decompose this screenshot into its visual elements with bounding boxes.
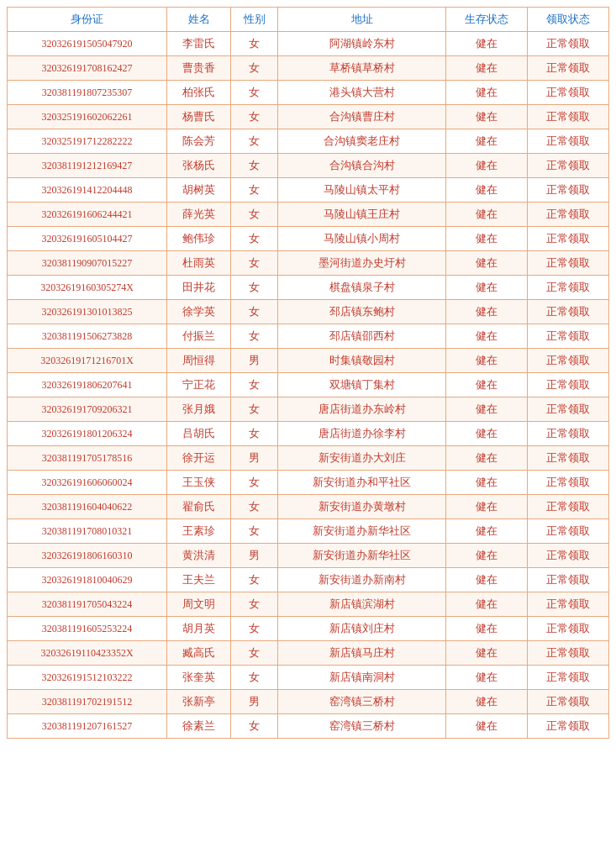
table-row: 320381191604040622翟俞氏女新安街道办黄墩村健在正常领取 (8, 495, 609, 519)
table-cell: 女 (231, 81, 278, 105)
table-row: 320326191806160310黄洪清男新安街道办新华社区健在正常领取 (8, 544, 609, 568)
table-cell: 草桥镇草桥村 (277, 56, 445, 81)
table-cell: 胡树英 (167, 178, 231, 203)
header-address: 地址 (277, 8, 445, 32)
table-row: 320381191705178516徐开运男新安街道办大刘庄健在正常领取 (8, 446, 609, 471)
header-row: 身份证 姓名 性别 地址 生存状态 领取状态 (8, 8, 609, 32)
table-cell: 张杨氏 (167, 154, 231, 178)
table-cell: 正常领取 (528, 397, 609, 422)
table-cell: 320326191810040629 (8, 568, 167, 592)
table-cell: 健在 (446, 617, 528, 641)
table-cell: 杜雨英 (167, 251, 231, 276)
table-cell: 女 (231, 227, 278, 251)
table-cell: 正常领取 (528, 276, 609, 300)
header-id: 身份证 (8, 8, 167, 32)
table-cell: 正常领取 (528, 592, 609, 617)
table-cell: 邳店镇邵西村 (277, 324, 445, 349)
table-cell: 健在 (446, 81, 528, 105)
header-name: 姓名 (167, 8, 231, 32)
table-cell: 健在 (446, 251, 528, 276)
header-receive-status: 领取状态 (528, 8, 609, 32)
table-cell: 马陵山镇太平村 (277, 178, 445, 203)
table-cell: 正常领取 (528, 690, 609, 714)
table-cell: 胡月英 (167, 617, 231, 641)
table-cell: 320381191212169427 (8, 154, 167, 178)
table-cell: 阿湖镇岭东村 (277, 32, 445, 56)
table-cell: 320381191705178516 (8, 446, 167, 471)
header-gender: 性别 (231, 8, 278, 32)
table-cell: 320381191708010321 (8, 519, 167, 544)
table-cell: 吕胡氏 (167, 422, 231, 446)
table-cell: 周文明 (167, 592, 231, 617)
table-cell: 曹贵香 (167, 56, 231, 81)
table-cell: 320326191806207641 (8, 373, 167, 397)
table-cell: 女 (231, 422, 278, 446)
table-cell: 马陵山镇王庄村 (277, 203, 445, 227)
table-cell: 女 (231, 56, 278, 81)
table-cell: 新安街道办新华社区 (277, 519, 445, 544)
table-cell: 320325191712282222 (8, 129, 167, 154)
table-row: 320381191708010321王素珍女新安街道办新华社区健在正常领取 (8, 519, 609, 544)
table-cell: 320325191602062261 (8, 105, 167, 129)
table-cell: 女 (231, 300, 278, 324)
table-cell: 女 (231, 714, 278, 739)
table-cell: 健在 (446, 56, 528, 81)
table-cell: 张月娥 (167, 397, 231, 422)
table-cell: 女 (231, 154, 278, 178)
table-cell: 正常领取 (528, 349, 609, 373)
table-cell: 健在 (446, 178, 528, 203)
table-cell: 32032619171216701X (8, 349, 167, 373)
table-cell: 新安街道办大刘庄 (277, 446, 445, 471)
table-cell: 健在 (446, 471, 528, 495)
table-row: 320326191505047920李雷氏女阿湖镇岭东村健在正常领取 (8, 32, 609, 56)
table-cell: 正常领取 (528, 446, 609, 471)
table-cell: 320326191605104427 (8, 227, 167, 251)
table-cell: 正常领取 (528, 178, 609, 203)
table-cell: 正常领取 (528, 568, 609, 592)
table-cell: 男 (231, 544, 278, 568)
table-cell: 新店镇马庄村 (277, 641, 445, 666)
table-cell: 新安街道办黄墩村 (277, 495, 445, 519)
table-cell: 正常领取 (528, 300, 609, 324)
table-cell: 320326191301013825 (8, 300, 167, 324)
table-cell: 新店镇滨湖村 (277, 592, 445, 617)
table-cell: 正常领取 (528, 422, 609, 446)
table-cell: 女 (231, 617, 278, 641)
table-cell: 女 (231, 178, 278, 203)
table-cell: 女 (231, 495, 278, 519)
table-cell: 32032619160305274X (8, 276, 167, 300)
table-cell: 付振兰 (167, 324, 231, 349)
table-cell: 正常领取 (528, 203, 609, 227)
table-cell: 新店镇刘庄村 (277, 617, 445, 641)
table-cell: 窑湾镇三桥村 (277, 714, 445, 739)
table-row: 320381191207161527徐素兰女窑湾镇三桥村健在正常领取 (8, 714, 609, 739)
table-cell: 女 (231, 397, 278, 422)
table-cell: 健在 (446, 129, 528, 154)
table-cell: 棋盘镇泉子村 (277, 276, 445, 300)
table-cell: 健在 (446, 105, 528, 129)
table-cell: 健在 (446, 544, 528, 568)
table-cell: 正常领取 (528, 105, 609, 129)
table-cell: 健在 (446, 714, 528, 739)
table-cell: 健在 (446, 32, 528, 56)
table-cell: 合沟镇曹庄村 (277, 105, 445, 129)
table-cell: 正常领取 (528, 544, 609, 568)
table-cell: 时集镇敬园村 (277, 349, 445, 373)
table-cell: 320326191708162427 (8, 56, 167, 81)
table-cell: 周恒得 (167, 349, 231, 373)
table-cell: 新安街道办和平社区 (277, 471, 445, 495)
table-cell: 合沟镇合沟村 (277, 154, 445, 178)
table-cell: 张奎英 (167, 666, 231, 690)
header-alive-status: 生存状态 (446, 8, 528, 32)
table-cell: 320381191506273828 (8, 324, 167, 349)
table-cell: 正常领取 (528, 56, 609, 81)
table-cell: 鲍伟珍 (167, 227, 231, 251)
table-cell: 健在 (446, 203, 528, 227)
table-row: 320325191602062261杨曹氏女合沟镇曹庄村健在正常领取 (8, 105, 609, 129)
table-cell: 双塘镇丁集村 (277, 373, 445, 397)
table-cell: 正常领取 (528, 495, 609, 519)
table-cell: 柏张氏 (167, 81, 231, 105)
table-row: 320381191705043224周文明女新店镇滨湖村健在正常领取 (8, 592, 609, 617)
table-row: 320326191301013825徐学英女邳店镇东鲍村健在正常领取 (8, 300, 609, 324)
table-row: 320326191708162427曹贵香女草桥镇草桥村健在正常领取 (8, 56, 609, 81)
